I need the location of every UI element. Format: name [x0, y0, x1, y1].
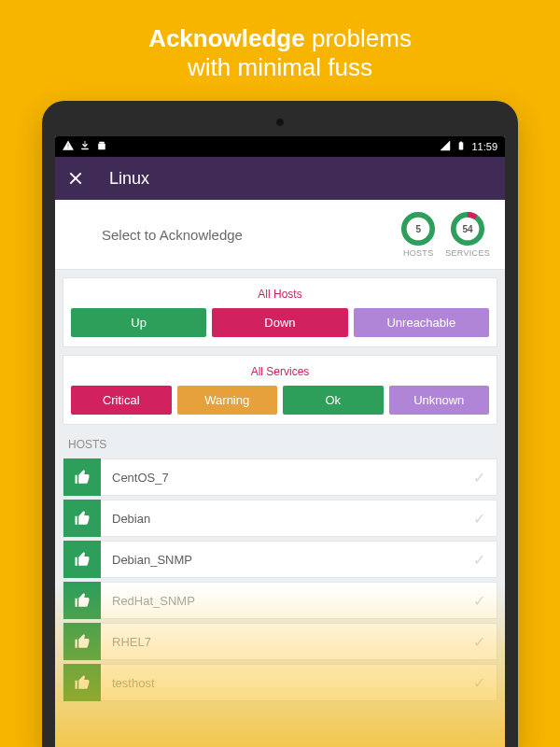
promo-headline: Acknowledge problems with minimal fuss — [0, 0, 560, 101]
services-filter-card: All Services Critical Warning Ok Unknown — [63, 355, 497, 425]
thumbs-up-icon — [63, 664, 101, 701]
page-title: Linux — [109, 169, 149, 189]
check-icon: ✓ — [473, 551, 497, 569]
thumbs-up-icon — [63, 623, 101, 660]
device-screen: 11:59 Linux Select to Acknowledge 5 HOST… — [55, 136, 505, 747]
list-item[interactable]: CentOS_7 ✓ — [63, 458, 497, 496]
filter-up-button[interactable]: Up — [71, 308, 206, 337]
check-icon: ✓ — [473, 510, 497, 528]
host-name: RedHat_SNMP — [101, 594, 473, 608]
hosts-section-label: HOSTS — [55, 430, 505, 455]
content-area: All Hosts Up Down Unreachable All Servic… — [55, 270, 505, 747]
list-item[interactable]: Debian ✓ — [63, 500, 497, 537]
android-status-bar: 11:59 — [55, 136, 505, 157]
download-icon — [79, 140, 91, 153]
filter-unknown-button[interactable]: Unknown — [389, 386, 490, 415]
check-icon: ✓ — [473, 674, 497, 692]
list-item[interactable]: testhost ✓ — [63, 664, 497, 701]
acknowledge-header: Select to Acknowledge 5 HOSTS 54 — [55, 200, 505, 270]
tablet-frame: 11:59 Linux Select to Acknowledge 5 HOST… — [42, 101, 518, 747]
debug-icon — [96, 140, 107, 153]
list-item[interactable]: Debian_SNMP ✓ — [63, 541, 497, 578]
check-icon: ✓ — [473, 469, 497, 486]
filter-unreachable-button[interactable]: Unreachable — [354, 308, 489, 337]
host-name: RHEL7 — [101, 635, 473, 649]
select-to-acknowledge-label: Select to Acknowledge — [70, 227, 391, 243]
thumbs-up-icon — [63, 458, 101, 496]
host-name: CentOS_7 — [101, 471, 473, 485]
services-donut[interactable]: 54 SERVICES — [445, 211, 490, 258]
check-icon: ✓ — [473, 592, 497, 610]
filter-down-button[interactable]: Down — [212, 308, 347, 337]
thumbs-up-icon — [63, 582, 101, 619]
filter-warning-button[interactable]: Warning — [177, 386, 278, 415]
host-name: Debian_SNMP — [101, 553, 473, 567]
battery-icon — [456, 140, 466, 153]
thumbs-up-icon — [63, 500, 101, 537]
list-item[interactable]: RedHat_SNMP ✓ — [63, 582, 497, 619]
hosts-filter-caption: All Hosts — [71, 286, 489, 308]
host-name: Debian — [101, 512, 473, 526]
clock-text: 11:59 — [471, 141, 497, 152]
thumbs-up-icon — [63, 541, 101, 578]
filter-critical-button[interactable]: Critical — [71, 386, 172, 415]
check-icon: ✓ — [473, 633, 497, 651]
app-bar: Linux — [55, 157, 505, 200]
warning-icon — [63, 140, 74, 153]
host-name: testhost — [101, 676, 473, 690]
hosts-filter-card: All Hosts Up Down Unreachable — [63, 277, 497, 347]
hosts-donut[interactable]: 5 HOSTS — [400, 211, 436, 258]
filter-ok-button[interactable]: Ok — [283, 386, 384, 415]
list-item[interactable]: RHEL7 ✓ — [63, 623, 497, 660]
services-filter-caption: All Services — [71, 363, 489, 386]
signal-icon — [440, 140, 451, 153]
tablet-camera — [275, 118, 285, 127]
host-list: CentOS_7 ✓ Debian ✓ Debian_SNMP ✓ RedHat… — [55, 458, 505, 701]
close-icon[interactable] — [68, 171, 83, 186]
